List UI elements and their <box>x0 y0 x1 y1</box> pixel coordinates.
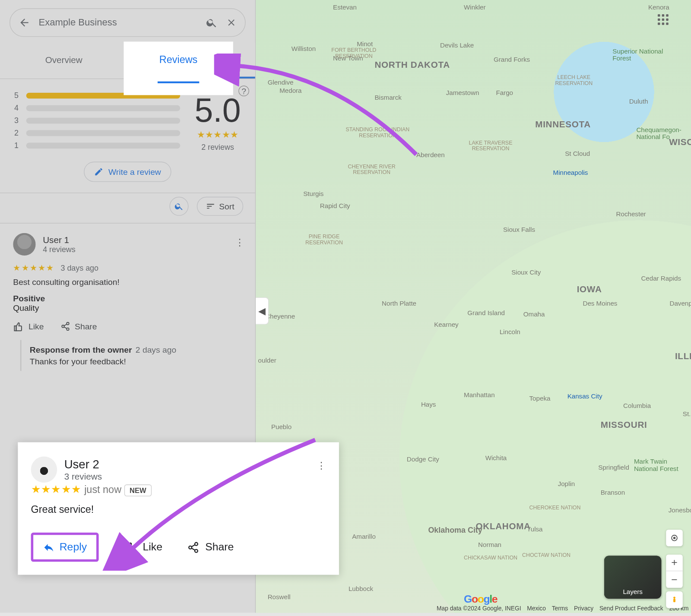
review-text: Best consulting organisation! <box>13 277 242 287</box>
review-time: 3 days ago <box>60 263 98 272</box>
like-button[interactable]: Like <box>13 321 44 332</box>
highlight-reviews-tab: Reviews <box>125 43 232 94</box>
search-reviews-button[interactable] <box>170 197 189 216</box>
collapse-panel-button[interactable]: ◀ <box>256 297 269 325</box>
svg-point-4 <box>67 322 69 325</box>
reviewer-sub: 4 reviews <box>43 245 76 254</box>
map-footer: Map data ©2024 Google, INEGI Mexico Term… <box>437 605 688 612</box>
avatar[interactable] <box>31 457 57 483</box>
close-icon[interactable] <box>226 17 237 28</box>
new-badge: NEW <box>124 484 152 496</box>
write-review-button[interactable]: Write a review <box>84 162 171 182</box>
sort-button[interactable]: Sort <box>197 197 243 216</box>
layers-button[interactable]: Layers <box>604 556 661 598</box>
svg-point-5 <box>62 325 64 328</box>
reply-button[interactable]: Reply <box>31 533 99 562</box>
svg-point-1 <box>674 537 675 539</box>
my-location-button[interactable] <box>666 530 683 547</box>
kebab-icon[interactable]: ⋮ <box>317 460 326 471</box>
pegman-button[interactable] <box>666 591 683 608</box>
back-icon[interactable] <box>19 17 31 29</box>
review-count: 2 reviews <box>194 142 241 152</box>
avatar[interactable] <box>13 233 35 256</box>
search-bar: Example Business <box>10 8 246 37</box>
owner-response: Response from the owner2 days ago Thanks… <box>20 340 242 371</box>
reviewer-name[interactable]: User 1 <box>43 235 76 245</box>
search-input[interactable]: Example Business <box>39 17 198 28</box>
kebab-icon[interactable]: ⋮ <box>235 237 244 248</box>
svg-rect-3 <box>673 599 675 602</box>
svg-point-9 <box>195 549 198 552</box>
help-icon[interactable]: ? <box>238 85 249 96</box>
review-item: User 1 4 reviews ⋮ ★★★★★ 3 days ago Best… <box>0 224 255 381</box>
share-button[interactable]: Share <box>60 321 97 332</box>
review-text: Great service! <box>31 504 326 516</box>
zoom-out-button[interactable]: − <box>666 571 683 588</box>
highlight-review-card: User 2 3 reviews ⋮ ★★★★★ just now NEW Gr… <box>18 442 339 575</box>
svg-point-6 <box>67 328 69 331</box>
svg-point-8 <box>189 546 192 549</box>
aspect-value: Quality <box>13 303 39 313</box>
search-icon[interactable] <box>206 17 218 29</box>
review-time: just now <box>84 484 121 495</box>
rating-stars: ★★★★★ <box>194 130 241 140</box>
tab-overview[interactable]: Overview <box>0 43 127 79</box>
svg-point-2 <box>673 597 675 599</box>
zoom-in-button[interactable]: + <box>666 555 683 572</box>
star-icon: ★★★★★ <box>31 483 82 496</box>
google-logo: Google <box>464 593 497 606</box>
like-button[interactable]: Like <box>124 540 162 553</box>
star-icon: ★★★★★ <box>13 263 54 272</box>
reviewer-sub: 3 reviews <box>64 471 102 481</box>
rating-score: 5.0 <box>194 91 241 130</box>
reviewer-name[interactable]: User 2 <box>64 458 102 471</box>
zoom-controls: + − <box>666 555 683 588</box>
share-button[interactable]: Share <box>187 541 234 553</box>
svg-point-7 <box>195 542 198 545</box>
aspect-label: Positive <box>13 294 45 303</box>
apps-grid-icon[interactable] <box>658 14 669 25</box>
